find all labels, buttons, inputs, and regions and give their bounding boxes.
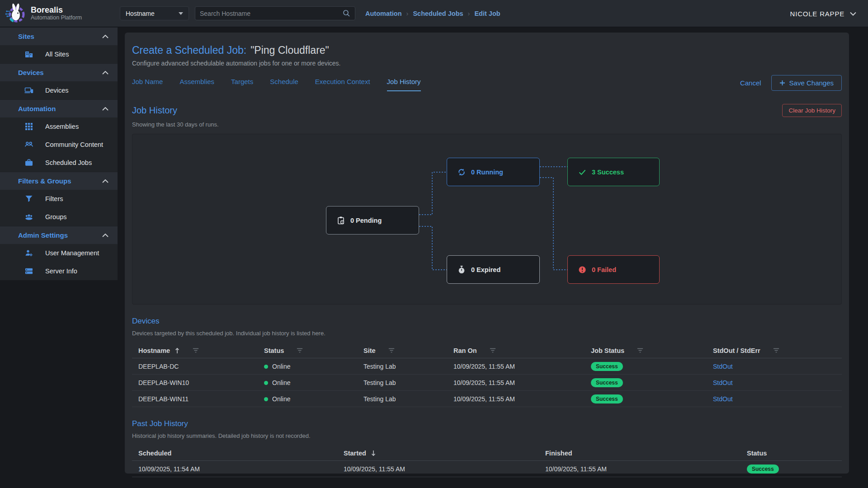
flow-node-running[interactable]: 0 Running [447,158,540,186]
sidebar-item-assemblies[interactable]: Assemblies [0,117,118,136]
column-header-started[interactable]: Started [344,450,545,457]
tab-assemblies[interactable]: Assemblies [179,78,214,91]
past-job-history-heading: Past Job History [132,419,842,428]
filter-icon[interactable] [637,348,643,353]
dropdown-caret-icon [179,12,183,15]
devices-table-header: Hostname Status Site Ran On Job Status S… [132,343,842,358]
user-name: NICOLE RAPPE [790,10,844,18]
sidebar-item-filters[interactable]: Filters [0,190,118,208]
topbar: Borealis Automation Platform Hostname Au… [0,0,868,27]
cell-status: Online [264,379,363,386]
sidebar-item-devices[interactable]: Devices [0,81,118,99]
filter-icon[interactable] [773,348,779,353]
sidebar-section-label: Sites [18,33,34,40]
clear-job-history-button[interactable]: Clear Job History [782,104,842,117]
breadcrumb-separator: › [468,10,470,17]
column-label: StdOut / StdErr [713,347,760,354]
past-job-history-description: Historical job history summaries. Detail… [132,432,842,439]
sidebar-item-label: All Sites [45,51,69,58]
brand-logo[interactable]: Borealis Automation Platform [5,2,82,24]
sidebar-section-label: Automation [18,105,56,113]
online-status-dot [264,365,268,369]
sidebar-section-admin-settings[interactable]: Admin Settings [0,226,118,244]
cell-hostname: DEEPLAB-WIN11 [138,395,264,403]
devices-icon [24,86,33,95]
breadcrumb-edit-job[interactable]: Edit Job [474,10,500,17]
sync-icon [457,168,466,177]
column-label: Status [747,450,767,457]
sidebar-section-devices[interactable]: Devices [0,63,118,81]
filter-icon[interactable] [490,348,496,353]
cancel-button[interactable]: Cancel [740,79,761,87]
column-header-status[interactable]: Status [747,450,842,457]
column-header-ran-on[interactable]: Ran On [453,347,591,354]
tab-job-name[interactable]: Job Name [132,78,163,91]
cell-finished: 10/09/2025, 11:55 AM [545,465,747,473]
column-header-job-status[interactable]: Job Status [591,347,713,354]
tab-job-history[interactable]: Job History [387,78,421,91]
table-row[interactable]: DEEPLAB-WIN11 Online Testing Lab 10/09/2… [132,391,842,407]
table-row[interactable]: DEEPLAB-DC Online Testing Lab 10/09/2025… [132,358,842,375]
status-badge[interactable]: Success [747,465,779,474]
stdout-link[interactable]: StdOut [713,363,733,370]
flow-node-pending[interactable]: 0 Pending [326,206,419,235]
column-header-status[interactable]: Status [264,347,363,354]
save-changes-button[interactable]: Save Changes [771,75,842,91]
column-header-site[interactable]: Site [363,347,453,354]
cell-hostname: DEEPLAB-WIN10 [138,379,264,386]
cell-job-status: Success [591,362,713,371]
flow-node-failed[interactable]: 0 Failed [567,255,660,284]
content-card: Create a Scheduled Job:"Ping Cloudflare"… [125,33,849,474]
breadcrumb-scheduled-jobs[interactable]: Scheduled Jobs [413,10,463,17]
column-header-stdout-stderr[interactable]: StdOut / StdErr [713,347,842,354]
search-input[interactable] [200,10,343,17]
column-header-hostname[interactable]: Hostname [138,347,264,354]
online-status-dot [264,397,268,401]
devices-description: Devices targeted by this scheduled job. … [132,330,842,337]
status-badge[interactable]: Success [591,378,623,387]
status-badge[interactable]: Success [591,394,623,404]
sidebar: Sites All Sites Devices Devices Automati… [0,27,118,488]
building-icon [24,50,33,59]
breadcrumb-automation[interactable]: Automation [365,10,402,17]
status-badge[interactable]: Success [591,362,623,371]
stdout-link[interactable]: StdOut [713,395,733,403]
sidebar-section-automation[interactable]: Automation [0,99,118,117]
chevron-up-icon [102,35,108,38]
sidebar-item-server-info[interactable]: Server Info [0,262,118,280]
sidebar-item-label: Groups [45,213,67,221]
stdout-link[interactable]: StdOut [713,379,733,386]
filter-icon[interactable] [388,348,395,353]
server-icon [24,267,33,276]
flow-node-success[interactable]: 3 Success [567,158,660,186]
tab-schedule[interactable]: Schedule [270,78,298,91]
job-history-header: Job History Clear Job History [132,104,842,117]
column-header-scheduled[interactable]: Scheduled [138,450,344,457]
cell-job-status: Success [591,394,713,404]
checkmark-icon [578,168,587,177]
sidebar-item-groups[interactable]: Groups [0,208,118,226]
sidebar-item-user-management[interactable]: User Management [0,244,118,262]
hostname-filter-select[interactable]: Hostname [120,6,189,20]
tab-execution-context[interactable]: Execution Context [315,78,370,91]
cell-hostname: DEEPLAB-DC [138,363,264,370]
column-header-finished[interactable]: Finished [545,450,747,457]
breadcrumb-separator: › [406,10,409,17]
sidebar-section-label: Devices [18,69,44,76]
sidebar-section-filters-groups[interactable]: Filters & Groups [0,172,118,190]
sidebar-item-community-content[interactable]: Community Content [0,136,118,154]
sidebar-section-sites[interactable]: Sites [0,27,118,45]
table-row[interactable]: 10/09/2025, 11:54 AM 10/09/2025, 11:55 A… [132,461,842,477]
sidebar-item-all-sites[interactable]: All Sites [0,45,118,63]
chevron-up-icon [102,234,108,237]
filter-icon[interactable] [297,348,303,353]
cell-started: 10/09/2025, 11:55 AM [344,465,545,473]
flow-node-expired[interactable]: 0 Expired [447,255,540,284]
tab-targets[interactable]: Targets [231,78,253,91]
cell-stdout: StdOut [713,395,842,403]
user-menu[interactable]: NICOLE RAPPE [790,0,856,27]
sidebar-item-scheduled-jobs[interactable]: Scheduled Jobs [0,154,118,172]
filter-icon[interactable] [193,348,199,353]
table-row[interactable]: DEEPLAB-WIN10 Online Testing Lab 10/09/2… [132,375,842,391]
search-icon[interactable] [343,9,350,17]
